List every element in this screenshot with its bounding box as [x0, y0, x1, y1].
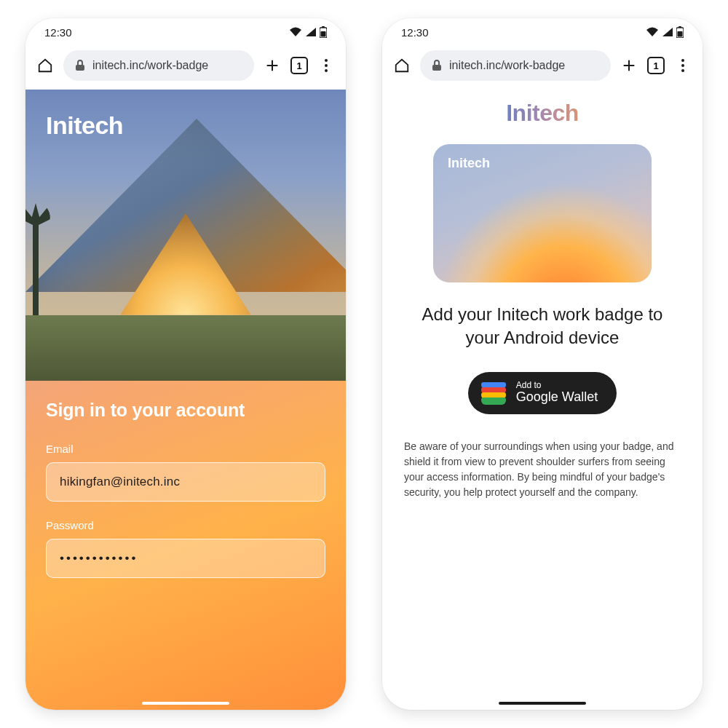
tab-count-value: 1 — [296, 60, 301, 71]
svg-rect-3 — [76, 65, 84, 71]
lock-icon — [432, 60, 442, 71]
status-time: 12:30 — [44, 26, 72, 39]
tab-switcher[interactable]: 1 — [290, 57, 308, 74]
home-icon[interactable] — [392, 56, 411, 75]
password-field[interactable] — [46, 539, 325, 578]
svg-rect-1 — [322, 26, 325, 28]
new-tab-icon[interactable] — [620, 56, 638, 75]
add-to-wallet-button[interactable]: Add to Google Wallet — [468, 372, 617, 414]
address-bar[interactable]: initech.inc/work-badge — [420, 50, 611, 81]
phone-signin: 12:30 initech.inc/work-badge 1 — [25, 18, 346, 710]
tab-switcher[interactable]: 1 — [647, 57, 665, 74]
svg-rect-2 — [321, 31, 326, 37]
url-text: initech.inc/work-badge — [92, 59, 208, 72]
browser-toolbar: initech.inc/work-badge 1 — [25, 46, 346, 90]
google-wallet-icon — [481, 382, 506, 404]
phone-badge: 12:30 initech.inc/work-badge 1 Initech I… — [382, 18, 703, 710]
signal-icon — [305, 27, 317, 37]
wallet-button-text: Add to Google Wallet — [516, 381, 598, 405]
password-label: Password — [46, 519, 325, 531]
svg-point-15 — [681, 59, 684, 62]
hero-image: Initech — [25, 90, 346, 381]
svg-point-17 — [681, 69, 684, 72]
tab-count-value: 1 — [653, 60, 658, 71]
signin-page: Initech Sign in to your account Email Pa… — [25, 90, 346, 710]
svg-rect-10 — [678, 26, 681, 28]
svg-rect-11 — [678, 31, 683, 37]
home-icon[interactable] — [36, 56, 55, 75]
badge-card: Initech — [433, 144, 652, 282]
badge-headline: Add your Initech work badge to your Andr… — [403, 303, 682, 350]
gesture-bar[interactable] — [499, 702, 586, 705]
status-time: 12:30 — [401, 26, 429, 39]
wallet-big-text: Google Wallet — [516, 389, 598, 404]
signin-heading: Sign in to your account — [46, 400, 325, 421]
status-bar: 12:30 — [382, 18, 703, 46]
gesture-bar[interactable] — [142, 702, 229, 705]
brand-logo: Initech — [506, 100, 579, 127]
svg-rect-12 — [432, 65, 441, 71]
email-label: Email — [46, 443, 325, 455]
svg-point-6 — [325, 59, 328, 62]
signal-icon — [662, 27, 673, 37]
wifi-icon — [646, 27, 659, 37]
signin-form: Sign in to your account Email Password — [25, 381, 346, 620]
url-text: initech.inc/work-badge — [449, 59, 565, 72]
address-bar[interactable]: initech.inc/work-badge — [63, 50, 254, 81]
email-field[interactable] — [46, 462, 325, 502]
status-bar: 12:30 — [25, 18, 346, 46]
svg-point-16 — [681, 64, 684, 67]
lock-icon — [75, 60, 85, 71]
badge-card-label: Initech — [448, 156, 490, 171]
brand-logo: Initech — [46, 111, 123, 140]
overflow-menu-icon[interactable] — [673, 56, 692, 75]
svg-point-7 — [325, 64, 328, 67]
status-icons — [646, 26, 684, 38]
browser-toolbar: initech.inc/work-badge 1 — [382, 46, 703, 90]
battery-icon — [676, 26, 684, 38]
svg-point-8 — [325, 69, 328, 72]
disclaimer-text: Be aware of your surroundings when using… — [403, 439, 682, 500]
new-tab-icon[interactable] — [263, 56, 282, 75]
battery-icon — [320, 26, 327, 38]
wifi-icon — [289, 27, 302, 37]
status-icons — [289, 26, 327, 38]
overflow-menu-icon[interactable] — [317, 56, 336, 75]
badge-page: Initech Initech Add your Initech work ba… — [382, 90, 703, 710]
